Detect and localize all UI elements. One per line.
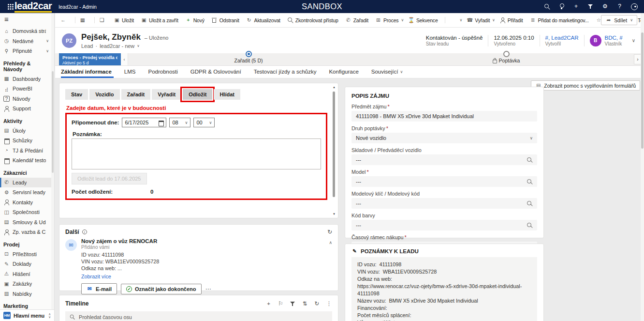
tab[interactable]: Podrobnosti xyxy=(148,66,179,78)
sidebar-item[interactable]: ◔ TJ & Předání xyxy=(0,146,51,156)
command-bar-item[interactable]: ∨ xyxy=(445,17,463,23)
header-stat[interactable]: 12.06.2025 0:10 Vytvořeno xyxy=(488,35,539,46)
process-stage-active[interactable]: Zařadit (5 D) xyxy=(217,51,280,63)
command-bar-item[interactable]: ❏ xyxy=(94,17,109,23)
mark-complete-button[interactable]: ✓ Označit jako dokončeno xyxy=(121,284,202,294)
reminder-date-input[interactable]: 6/17/2025 xyxy=(122,118,166,127)
tab[interactable]: Testovací jízdy a schůzky xyxy=(254,66,319,78)
command-bar-item[interactable]: ▦ xyxy=(75,17,90,23)
command-bar-item[interactable]: Přiřadit xyxy=(499,17,526,23)
sidebar-item[interactable]: ⊡ Příležitosti xyxy=(0,249,51,260)
command-bar-item[interactable]: ⊞ Proces ∨ xyxy=(375,17,404,23)
postpone-lead-button[interactable]: Odložit lead do 17.06.2025 xyxy=(72,173,147,184)
command-bar-item[interactable]: ↻ Aktualizovat xyxy=(246,17,283,23)
sidebar-item[interactable]: Support xyxy=(0,104,51,114)
refresh-icon[interactable]: ↻ xyxy=(314,301,320,307)
hour-select[interactable]: 08 ∨ xyxy=(169,118,190,127)
field-control[interactable]: --- ∨ xyxy=(351,198,537,209)
scroll-thumb[interactable] xyxy=(641,32,644,149)
sidebar-item[interactable]: Zp. vazba & CSS xyxy=(0,227,51,237)
share-button[interactable]: ➦ Sdílet ∨ xyxy=(601,15,637,25)
tab[interactable]: Základní informace xyxy=(61,66,114,78)
command-bar-item[interactable]: + Nový xyxy=(185,17,207,23)
process-stage-chip[interactable]: Proces - Prodej vozidla o... Aktivní po … xyxy=(59,53,121,65)
tab[interactable]: Související ∨ xyxy=(371,66,403,78)
sidebar-scrollbar[interactable] xyxy=(51,13,54,309)
note-textarea[interactable] xyxy=(72,138,321,169)
sidebar-item[interactable]: ◫ Společnosti xyxy=(0,207,51,217)
field-control[interactable]: --- ∨ xyxy=(351,176,537,187)
section-button[interactable]: Vyřadit xyxy=(152,89,181,100)
process-stage-next[interactable]: Poptávka xyxy=(475,51,538,63)
sidebar-item[interactable]: ⣴ PowerBI xyxy=(0,84,51,94)
header-stat[interactable]: Kontaktován - úspěšně Stav leadu xyxy=(421,35,488,46)
sidebar-item[interactable]: ? Návody xyxy=(0,94,51,104)
sidebar-item[interactable]: ▤ Úkoly xyxy=(0,126,51,136)
command-bar-item[interactable]: ⌛ Sekvence xyxy=(408,17,440,23)
tab[interactable]: Konfigurace xyxy=(329,66,360,78)
account-icon[interactable] xyxy=(631,3,637,10)
lookup-search-icon[interactable] xyxy=(527,157,533,163)
command-bar-item[interactable]: ▣ Uložit xyxy=(114,17,136,23)
field-control[interactable]: --- ∨ xyxy=(351,154,537,165)
tab[interactable]: LMS xyxy=(124,66,138,78)
section-button[interactable]: Vozidlo xyxy=(89,89,119,100)
sidebar-item[interactable]: Kontakty xyxy=(0,198,51,208)
section-button[interactable]: Stav xyxy=(65,89,88,100)
chevron-down-icon[interactable]: ∨ xyxy=(137,44,140,48)
command-bar-item[interactable]: Odstranit xyxy=(211,17,242,23)
plus-icon[interactable]: + xyxy=(573,3,579,10)
sidebar-item[interactable]: ◷ Nedávné ∨ xyxy=(0,36,51,46)
gear-icon[interactable]: ⚙ xyxy=(602,3,608,10)
chevron-up-icon[interactable]: ∧ xyxy=(329,240,332,294)
header-stat[interactable]: #, Lead2CAR Vytvořil xyxy=(540,35,584,46)
minute-select[interactable]: 00 ∨ xyxy=(193,118,215,127)
chevron-left-icon[interactable]: ‹ xyxy=(121,53,128,65)
command-bar-item[interactable]: ▣ Uložit a zavřít xyxy=(141,17,181,23)
sidebar-item[interactable]: Schůzky xyxy=(0,136,51,146)
tab[interactable]: GDPR & Oslovování xyxy=(190,66,243,78)
command-bar-item[interactable]: ☎ Vyřadit ∨ xyxy=(467,17,495,23)
field-control[interactable]: --- ∨ xyxy=(351,220,537,230)
waffle-icon[interactable] xyxy=(8,4,9,5)
lookup-search-icon[interactable] xyxy=(527,179,533,185)
app-logo[interactable]: lead2car xyxy=(15,1,52,13)
show-more-link[interactable]: Zobrazit více xyxy=(81,274,111,279)
more-options-icon[interactable]: ⋯ xyxy=(205,286,212,292)
sidebar-item[interactable]: ⌂ Domovská stránka xyxy=(0,26,51,36)
sidebar-item[interactable]: ▦ Dashboardy xyxy=(0,74,51,84)
bookmark-icon[interactable]: ⚐ xyxy=(278,301,284,307)
sidebar-item[interactable]: ⚲ Připnuté ∨ xyxy=(0,46,51,56)
section-scrollbar[interactable]: ▲ ▼ xyxy=(331,85,337,216)
more-icon[interactable]: ⋮ xyxy=(326,301,332,307)
command-bar-item[interactable]: Zkontrolovat přístup xyxy=(287,17,341,23)
field-control[interactable]: Nové vozidlo ∨ xyxy=(351,133,537,143)
search-icon[interactable] xyxy=(544,3,550,10)
sidebar-item[interactable]: ✎ Doklady xyxy=(0,259,51,269)
lookup-search-icon[interactable] xyxy=(527,222,533,229)
help-icon[interactable]: ? xyxy=(616,3,623,10)
sidebar-item[interactable]: ⚠ Hlášení xyxy=(0,269,51,279)
sidebar-item[interactable]: ✆ Leady xyxy=(0,178,51,188)
form-selector[interactable]: lead2car - new xyxy=(100,43,134,49)
filter-icon[interactable] xyxy=(587,3,594,10)
expand-records-icon[interactable]: ⇅ xyxy=(302,301,308,307)
info-icon[interactable]: i xyxy=(82,229,87,234)
command-bar-item[interactable]: ← xyxy=(60,17,71,23)
chevron-down-icon[interactable]: ∨ xyxy=(632,38,635,43)
lightbulb-icon[interactable] xyxy=(558,3,565,10)
field-control[interactable]: 41111098 - BMW X5 xDrive 30d Mpaket Indi… xyxy=(351,111,537,122)
sidebar-item[interactable]: ▤ Smlouvy & Události xyxy=(0,217,51,228)
lookup-search-icon[interactable] xyxy=(527,200,533,207)
scroll-up-icon[interactable]: ▲ xyxy=(331,86,337,89)
header-stat[interactable]: B BDC, # Vlastník xyxy=(584,35,628,46)
add-icon[interactable]: + xyxy=(265,301,272,307)
section-button[interactable]: Hlídat xyxy=(214,89,240,100)
command-bar-item[interactable]: ✆ Zařadit xyxy=(345,17,371,23)
email-button[interactable]: ✉ E-mail xyxy=(81,283,117,294)
filter-icon[interactable] xyxy=(290,301,296,307)
page-scrollbar[interactable] xyxy=(641,13,644,321)
section-button[interactable]: Odložit xyxy=(183,89,212,100)
calendar-icon[interactable] xyxy=(158,120,163,126)
scroll-thumb[interactable] xyxy=(333,92,335,197)
